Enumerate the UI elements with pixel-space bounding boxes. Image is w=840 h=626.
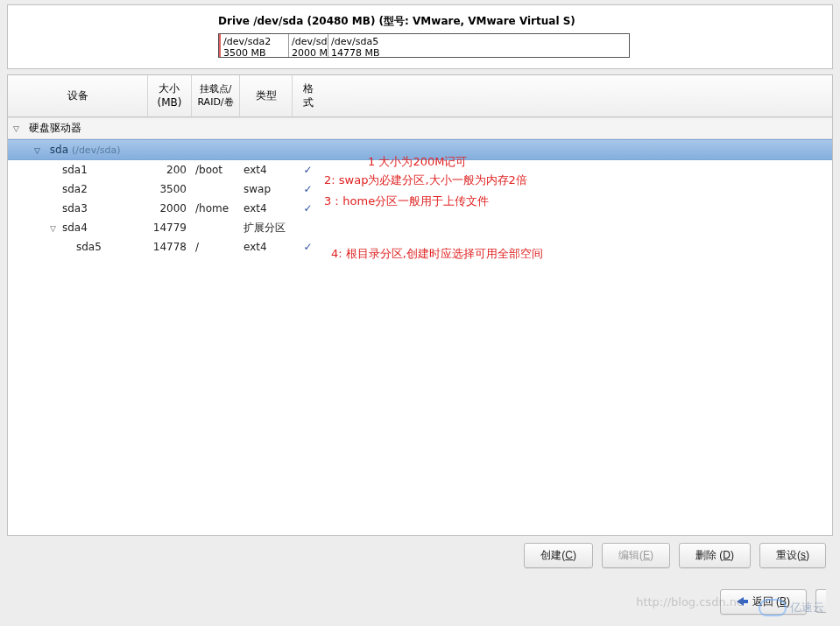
cell-size: 2000 <box>148 202 192 215</box>
cell-mount: /boot <box>192 164 240 176</box>
segment-size: 2000 MB <box>292 47 325 57</box>
annotation-3: 3：home分区一般用于上传文件 <box>324 193 489 209</box>
drive-segment: /dev/sda 2000 MB <box>289 34 328 57</box>
check-icon: ✓ <box>303 241 312 253</box>
device-path: (/dev/sda) <box>72 144 121 156</box>
cell-device: sda5 <box>8 241 148 253</box>
cell-size: 14779 <box>148 222 192 234</box>
annotation-4: 4: 根目录分区,创建时应选择可用全部空间 <box>331 246 543 262</box>
header-mount[interactable]: 挂载点/ RAID/卷 <box>192 75 240 116</box>
drive-title: Drive /dev/sda (20480 MB) (型号: VMware, V… <box>218 14 823 29</box>
cell-type: ext4 <box>240 202 293 215</box>
cell-format: ✓ <box>293 183 323 195</box>
drive-usage-bar: /dev/sda2 3500 MB /dev/sda 2000 MB /dev/… <box>218 33 630 58</box>
cell-size: 3500 <box>148 183 192 195</box>
cell-format: ✓ <box>293 202 323 215</box>
cell-mount: / <box>192 241 240 253</box>
cell-type: ext4 <box>240 164 293 176</box>
device-label: sda <box>50 144 68 156</box>
delete-button[interactable]: 删除 (D) <box>679 543 751 568</box>
header-size[interactable]: 大小 (MB) <box>148 75 192 116</box>
segment-size: 3500 MB <box>223 47 286 57</box>
cell-format: ✓ <box>293 241 323 253</box>
table-header: 设备 大小 (MB) 挂载点/ RAID/卷 类型 格式 <box>8 75 832 117</box>
edit-button: 编辑(E) <box>602 543 670 568</box>
check-icon: ✓ <box>303 164 312 176</box>
cell-type: 扩展分区 <box>240 221 293 236</box>
segment-name: /dev/sda2 <box>223 36 286 47</box>
expand-toggle-icon[interactable]: ▽ <box>34 146 43 155</box>
segment-size: 14778 MB <box>331 47 626 57</box>
drive-segment: /dev/sda5 14778 MB <box>328 34 629 57</box>
group-row-hdd[interactable]: ▽ 硬盘驱动器 <box>8 117 832 139</box>
expand-toggle-icon[interactable]: ▽ <box>50 224 59 233</box>
arrow-left-icon <box>737 597 744 606</box>
back-button[interactable]: 返回 (B) <box>720 589 807 615</box>
cell-format: ✓ <box>293 164 323 176</box>
cell-device: sda2 <box>8 183 148 195</box>
segment-name: /dev/sda5 <box>331 36 626 47</box>
cell-size: 200 <box>148 164 192 176</box>
cell-device: sda1 <box>8 164 148 176</box>
table-row[interactable]: ▽sda4 14779 扩展分区 <box>8 218 832 237</box>
cell-device: ▽sda4 <box>8 222 148 234</box>
create-button[interactable]: 创建(C) <box>524 543 593 568</box>
segment-name: /dev/sda <box>292 36 325 47</box>
action-button-row: 创建(C) 编辑(E) 删除 (D) 重设(s) <box>0 536 840 568</box>
check-icon: ✓ <box>303 183 312 195</box>
annotation-1: 1 大小为200M记可 <box>368 154 467 170</box>
header-format[interactable]: 格式 <box>293 75 323 116</box>
annotation-2: 2: swap为必建分区,大小一般为内存2倍 <box>324 172 527 188</box>
cell-device: sda3 <box>8 202 148 215</box>
cell-size: 14778 <box>148 241 192 253</box>
nav-button-row: 返回 (B) <box>0 568 840 615</box>
next-button-partial[interactable] <box>815 589 826 613</box>
drive-summary-panel: Drive /dev/sda (20480 MB) (型号: VMware, V… <box>7 4 833 69</box>
reset-button[interactable]: 重设(s) <box>759 543 826 568</box>
cell-type: ext4 <box>240 241 293 253</box>
group-label: 硬盘驱动器 <box>29 122 81 134</box>
expand-toggle-icon[interactable]: ▽ <box>13 124 22 133</box>
cell-type: swap <box>240 183 293 195</box>
check-icon: ✓ <box>303 202 312 215</box>
drive-segment: /dev/sda2 3500 MB <box>219 34 289 57</box>
cell-mount: /home <box>192 202 240 215</box>
header-device[interactable]: 设备 <box>8 75 148 116</box>
header-type[interactable]: 类型 <box>240 75 293 116</box>
partition-list-panel: 设备 大小 (MB) 挂载点/ RAID/卷 类型 格式 ▽ 硬盘驱动器 ▽ s… <box>7 74 833 536</box>
